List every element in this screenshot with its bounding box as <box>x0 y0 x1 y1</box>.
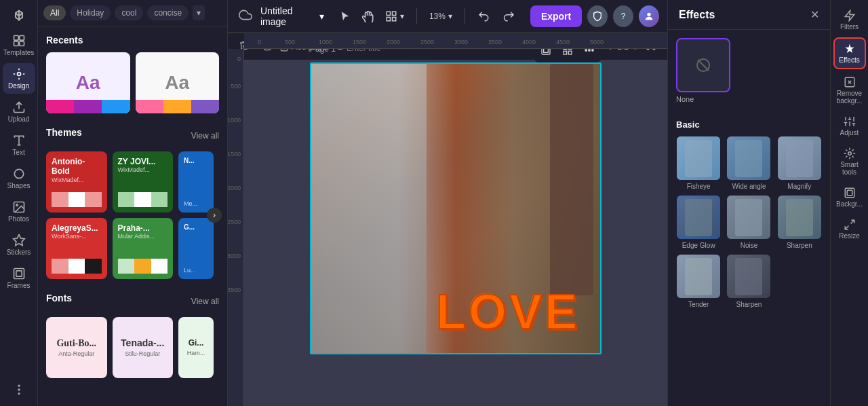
color-swatch <box>102 100 130 113</box>
effect-noise[interactable]: Noise <box>726 196 771 249</box>
effect-sharpen[interactable]: Sharpen <box>777 196 822 249</box>
swatch <box>151 259 168 274</box>
tag-concise[interactable]: concise <box>147 5 189 20</box>
ruler-tick: 1500 <box>228 151 241 158</box>
effect-edge-glow[interactable]: Edge Glow <box>676 196 721 249</box>
toolbar-separator-2 <box>465 8 465 24</box>
svg-point-4 <box>17 73 20 76</box>
page-toolbar: ••• <box>534 49 601 62</box>
ruler-horizontal: 0 500 1000 1500 2000 2500 3000 3500 4000… <box>244 33 667 49</box>
recent-card-2-label: Aa <box>165 72 189 94</box>
select-tool-button[interactable] <box>335 6 355 26</box>
font-card-3[interactable]: Gi... Ham... <box>178 317 214 378</box>
theme-4-strip <box>52 259 102 274</box>
theme-card-2[interactable]: ZY JOVI... WixMadef... <box>113 151 174 213</box>
effect-sharpen2-label: Sharpen <box>736 301 762 308</box>
page-tb-grid-btn[interactable] <box>558 49 577 60</box>
effect-magnify[interactable]: Magnify <box>777 136 822 190</box>
svg-rect-16 <box>392 17 395 20</box>
font-3-sub: Ham... <box>187 350 205 356</box>
ruler-tick: 1000 <box>228 117 241 124</box>
sidebar-templates-label: Templates <box>3 49 35 56</box>
theme-1-name: Antonio-Bold <box>52 157 102 177</box>
ruler-tick: 3000 <box>454 39 468 45</box>
theme-card-6[interactable]: G... Lu... <box>178 218 214 279</box>
theme-2-sub: WixMadef... <box>118 166 168 173</box>
effect-none-card[interactable] <box>676 38 730 92</box>
adjust-button[interactable]: Adjust <box>833 111 866 141</box>
effect-wide-angle[interactable]: Wide angle <box>726 136 771 190</box>
sidebar-item-upload[interactable]: Upload <box>3 96 35 127</box>
tag-more-button[interactable]: ▾ <box>193 5 205 20</box>
svg-marker-29 <box>845 11 854 21</box>
shield-icon-button[interactable] <box>587 5 608 27</box>
smart-tools-button[interactable]: Smart tools <box>833 143 866 180</box>
canvas[interactable]: LOVE <box>310 62 601 354</box>
theme-card-5-content: Praha-... Mular Addis... <box>113 218 174 279</box>
page-tb-frame-btn[interactable] <box>536 49 555 60</box>
effect-wide-label: Wide angle <box>732 183 766 190</box>
canvas-wrapper: Page 1 – <box>244 49 667 379</box>
effect-edge-thumb <box>677 196 720 239</box>
redo-button[interactable] <box>499 6 519 26</box>
recent-card-2-strip <box>136 100 220 113</box>
panel-content: Recents Aa Aa Themes <box>38 26 227 406</box>
themes-arrow-button[interactable]: › <box>207 208 222 223</box>
sidebar-item-stickers[interactable]: Stickers <box>3 229 35 260</box>
theme-card-4[interactable]: AlegreyaS... WorkSans-... <box>46 218 107 279</box>
sidebar-item-more[interactable] <box>3 379 35 401</box>
sidebar-item-templates[interactable]: Templates <box>3 30 35 60</box>
background-button[interactable]: Backgr... <box>833 183 866 212</box>
tag-all[interactable]: All <box>43 5 66 20</box>
layout-button[interactable]: ▾ <box>381 6 408 26</box>
ruler-tick: 500 <box>231 83 241 90</box>
help-button[interactable]: ? <box>613 5 633 27</box>
svg-rect-2 <box>14 41 18 46</box>
effects-button[interactable]: Effects <box>833 37 866 69</box>
zoom-button[interactable]: 13% ▾ <box>425 7 456 25</box>
pan-tool-button[interactable] <box>358 6 378 26</box>
themes-view-all[interactable]: View all <box>191 131 219 141</box>
filters-button[interactable]: Filters <box>833 5 866 35</box>
page-number: Page 1 – <box>310 49 342 54</box>
swatch <box>118 259 135 274</box>
sidebar-item-design[interactable]: Design <box>3 63 35 94</box>
effect-sharpen-thumb <box>778 196 821 239</box>
page-label: Page 1 – <box>310 49 448 54</box>
effects-close-button[interactable]: ✕ <box>810 8 819 21</box>
ruler-tick: 4500 <box>556 39 570 45</box>
sidebar-item-logo[interactable] <box>3 5 35 27</box>
theme-card-1-content: Antonio-Bold WixMadef... <box>46 151 107 213</box>
effect-fisheye[interactable]: Fisheye <box>676 136 721 190</box>
tag-holiday[interactable]: Holiday <box>70 5 111 20</box>
cloud-button[interactable] <box>236 5 255 27</box>
font-card-2[interactable]: Tenada-... Stilu-Regular <box>113 317 174 378</box>
tag-cool[interactable]: cool <box>115 5 143 20</box>
theme-card-1[interactable]: Antonio-Bold WixMadef... <box>46 151 107 213</box>
sidebar-item-shapes[interactable]: Shapes <box>3 163 35 193</box>
undo-button[interactable] <box>473 6 494 26</box>
effect-sharpen-2[interactable]: Sharpen <box>726 255 771 308</box>
page-tb-more-btn[interactable]: ••• <box>580 49 599 60</box>
fonts-view-all[interactable]: View all <box>191 297 219 306</box>
effect-magnify-thumb <box>778 136 821 180</box>
avatar[interactable] <box>639 5 659 27</box>
recent-card-2[interactable]: Aa <box>136 52 220 113</box>
page-title-input[interactable] <box>347 49 448 54</box>
themes-title: Themes <box>46 127 82 138</box>
recent-card-1[interactable]: Aa <box>46 52 130 113</box>
remove-bg-button[interactable]: Remove backgr... <box>833 72 866 109</box>
sidebar-item-text[interactable]: Text <box>3 130 35 160</box>
ruler-vertical: 0 500 1000 1500 2000 2500 3000 3500 <box>228 49 244 406</box>
font-2-name: Tenada-... <box>121 338 164 348</box>
sidebar-item-frames[interactable]: Frames <box>3 263 35 293</box>
theme-card-3[interactable]: N... Me... <box>178 151 214 213</box>
fonts-header: Fonts View all <box>46 293 219 310</box>
export-button[interactable]: Export <box>530 5 582 27</box>
effect-tender[interactable]: Tender <box>676 255 721 308</box>
document-title[interactable]: Untitled image ▾ <box>260 5 324 27</box>
sidebar-item-photos[interactable]: Photos <box>3 196 35 227</box>
theme-card-5[interactable]: Praha-... Mular Addis... <box>113 218 174 279</box>
font-card-1[interactable]: Guti-Bo... Anta-Regular <box>46 317 107 378</box>
resize-button[interactable]: Resize <box>833 215 866 244</box>
